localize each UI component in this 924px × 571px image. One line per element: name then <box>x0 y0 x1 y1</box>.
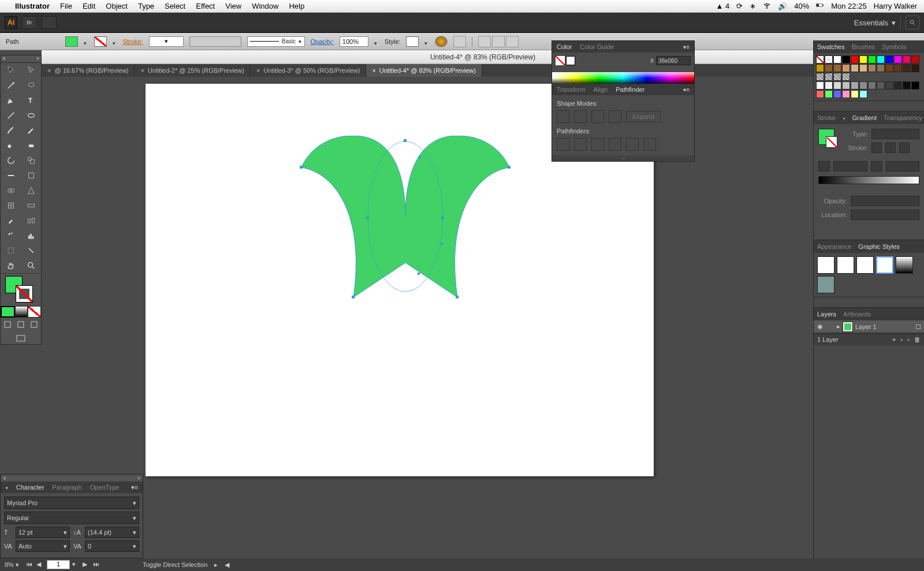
column-graph-tool[interactable] <box>21 228 41 243</box>
clock-text[interactable]: Mon 22:25 <box>831 2 866 10</box>
swatch-23[interactable] <box>911 64 919 72</box>
stroke-dd[interactable] <box>113 39 117 44</box>
swatch-40[interactable] <box>851 81 859 89</box>
menu-view[interactable]: View <box>225 2 241 10</box>
stroke-tab[interactable]: Stroke <box>817 114 836 121</box>
pathfinder-tab[interactable]: Pathfinder <box>616 86 644 93</box>
artboard-tool[interactable] <box>1 243 21 258</box>
screen-mode-icon[interactable] <box>1 333 41 344</box>
leading-field[interactable]: (14.4 pt)▾ <box>85 527 139 538</box>
pf-menu-icon[interactable]: ▾≡ <box>683 87 690 93</box>
style-thumb-1[interactable] <box>817 256 834 274</box>
volume-icon[interactable]: 🔊 <box>778 2 787 10</box>
layer-visibility-icon[interactable]: ◉ <box>814 323 826 330</box>
grad-type-field[interactable] <box>871 129 919 139</box>
expand-button[interactable]: Expand <box>626 111 661 122</box>
grad-aspect-icon[interactable] <box>871 161 882 171</box>
transparency-tab[interactable]: Transparency <box>884 114 922 121</box>
trim-icon[interactable] <box>574 138 587 151</box>
pencil-tool[interactable] <box>21 123 41 138</box>
spectrum-ramp[interactable] <box>552 72 694 84</box>
last-page-icon[interactable]: ⏭ <box>93 561 101 569</box>
fill-dd[interactable] <box>84 39 88 44</box>
page-field[interactable]: 1 <box>47 560 70 569</box>
opacity-field[interactable]: 100% <box>340 36 368 47</box>
swatch-43[interactable] <box>877 81 885 89</box>
swatch-53[interactable] <box>859 90 867 98</box>
swatch-9[interactable] <box>894 55 902 64</box>
rotate-tool[interactable] <box>1 153 21 168</box>
layer-name[interactable]: Layer 1 <box>855 323 877 330</box>
fill-swatch[interactable] <box>65 36 78 47</box>
swatch-45[interactable] <box>894 81 902 89</box>
mesh-tool[interactable] <box>1 198 21 213</box>
opacity-label[interactable]: Opacity: <box>311 38 334 45</box>
arrange-docs-icon[interactable] <box>42 16 57 29</box>
grad-stroke-opt1[interactable] <box>871 143 882 153</box>
swatch-47[interactable] <box>911 81 919 89</box>
stroke-box[interactable] <box>16 285 33 303</box>
bluetooth-icon[interactable]: ∗ <box>750 2 756 10</box>
swatch-2[interactable] <box>833 55 841 64</box>
hex-field[interactable] <box>656 56 691 65</box>
character-panel[interactable]: ×« ⬥ Character Paragraph OpenType ▾≡ Myr… <box>0 474 143 558</box>
swatch-25[interactable] <box>825 73 833 81</box>
draw-normal-icon[interactable] <box>1 319 14 330</box>
opentype-tab[interactable]: OpenType <box>90 484 120 491</box>
workspace-switcher[interactable]: Essentials ▾ <box>854 18 896 27</box>
menu-select[interactable]: Select <box>165 2 185 10</box>
page-dd-icon[interactable]: ▾ <box>72 561 80 569</box>
font-size-field[interactable]: 12 pt▾ <box>16 527 70 538</box>
swatch-24[interactable] <box>816 73 824 81</box>
menu-file[interactable]: File <box>60 2 72 10</box>
swatch-22[interactable] <box>903 64 911 72</box>
color-panel[interactable]: Color Color Guide ▾≡ # Transform Align P… <box>552 40 695 162</box>
blend-tool[interactable] <box>21 213 41 228</box>
swatch-18[interactable] <box>868 64 876 72</box>
swatch-19[interactable] <box>877 64 885 72</box>
menu-window[interactable]: Window <box>252 2 278 10</box>
grad-stroke-opt3[interactable] <box>899 143 910 153</box>
line-tool[interactable] <box>1 108 21 123</box>
selection-tool[interactable] <box>1 63 21 78</box>
shape-builder-tool[interactable] <box>1 183 21 198</box>
color-tab[interactable]: Color <box>557 43 572 50</box>
swatch-11[interactable] <box>911 55 919 64</box>
swatch-8[interactable] <box>885 55 893 64</box>
menu-type[interactable]: Type <box>138 2 154 10</box>
swatch-41[interactable] <box>859 81 867 89</box>
battery-icon[interactable] <box>816 1 824 11</box>
toolbox-tab[interactable]: ×« <box>0 55 42 63</box>
locate-layer-icon[interactable]: ⌖ <box>892 336 896 344</box>
font-style-field[interactable]: Regular▾ <box>4 512 139 524</box>
recolor-icon[interactable] <box>435 36 448 47</box>
swatch-12[interactable] <box>816 64 824 72</box>
character-tab[interactable]: Character <box>16 484 44 491</box>
zoom-tool[interactable] <box>21 258 41 273</box>
char-close-icon[interactable]: × <box>3 475 6 482</box>
brush-def-field[interactable]: Basic▾ <box>247 36 305 47</box>
swatch-44[interactable] <box>885 81 893 89</box>
style-thumb-5[interactable] <box>896 256 913 274</box>
user-name[interactable]: Harry Walker <box>874 2 917 10</box>
draw-behind-icon[interactable] <box>14 319 27 330</box>
swatch-48[interactable] <box>816 90 824 98</box>
width-tool[interactable] <box>1 168 21 183</box>
swatch-50[interactable] <box>833 90 841 98</box>
stroke-weight-field[interactable]: ▾ <box>149 36 184 47</box>
eraser-tool[interactable] <box>21 138 41 153</box>
merge-icon[interactable] <box>591 138 604 151</box>
swatch-6[interactable] <box>868 55 876 64</box>
align-left-icon[interactable] <box>478 36 491 47</box>
scale-tool[interactable] <box>21 153 41 168</box>
free-transform-tool[interactable] <box>21 168 41 183</box>
gradient-preview[interactable] <box>818 129 834 145</box>
status-nav-icon[interactable]: ▸ <box>214 561 218 569</box>
color-mode-none[interactable] <box>28 306 41 318</box>
align-tab[interactable]: Align <box>594 86 608 93</box>
kerning-field[interactable]: Auto▾ <box>16 540 70 552</box>
align-right-icon[interactable] <box>506 36 519 47</box>
gradient-tool[interactable] <box>21 198 41 213</box>
style-thumb-3[interactable] <box>856 256 874 274</box>
color-stroke-swatch[interactable] <box>566 56 575 65</box>
